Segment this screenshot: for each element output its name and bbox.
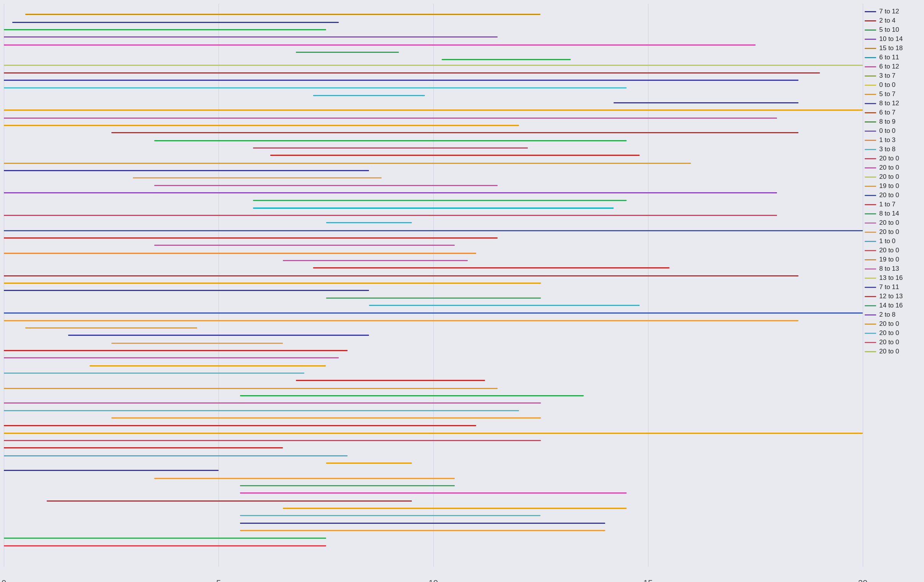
legend-label: 20 to 0 — [879, 228, 899, 236]
legend-color-line — [865, 296, 876, 297]
legend-color-line — [865, 48, 876, 49]
bar-row — [4, 290, 369, 291]
legend-item: 5 to 7 — [865, 90, 922, 98]
legend-item: 20 to 0 — [865, 339, 922, 346]
legend-item: 2 to 4 — [865, 17, 922, 25]
legend-color-line — [865, 167, 876, 169]
bar-row — [4, 402, 541, 403]
bar-row — [4, 545, 326, 546]
legend-color-line — [865, 241, 876, 242]
bar-row — [4, 440, 541, 441]
legend-item: 20 to 0 — [865, 173, 922, 181]
legend-item: 8 to 13 — [865, 265, 922, 273]
legend-color-line — [865, 305, 876, 306]
legend-color-line — [865, 268, 876, 270]
bar-row — [4, 357, 339, 359]
legend-color-line — [865, 140, 876, 141]
x-axis-label: 15 — [644, 578, 653, 582]
bar-row — [240, 522, 605, 524]
bar-row — [283, 260, 467, 261]
legend-item: 20 to 0 — [865, 155, 922, 162]
legend-label: 20 to 0 — [879, 219, 899, 227]
legend-label: 1 to 0 — [879, 237, 896, 245]
legend-label: 12 to 13 — [879, 293, 903, 300]
legend-label: 7 to 11 — [879, 283, 899, 291]
legend-color-line — [865, 314, 876, 316]
bar-row — [154, 140, 627, 141]
legend-label: 20 to 0 — [879, 348, 899, 355]
legend-item: 20 to 0 — [865, 329, 922, 337]
legend-label: 1 to 3 — [879, 136, 896, 144]
legend-item: 1 to 3 — [865, 136, 922, 144]
x-axis-label: 5 — [216, 578, 221, 582]
bar-row — [4, 433, 863, 434]
x-axis-label: 10 — [429, 578, 438, 582]
legend-item: 6 to 12 — [865, 63, 922, 71]
legend-color-line — [865, 103, 876, 104]
bar-row — [68, 335, 369, 336]
legend-color-line — [865, 112, 876, 113]
bars-container — [4, 4, 863, 567]
bar-row — [4, 425, 476, 426]
legend-color-line — [865, 278, 876, 279]
bar-row — [313, 267, 670, 268]
bar-row — [270, 155, 640, 156]
legend-color-line — [865, 250, 876, 251]
bar-row — [4, 109, 863, 111]
legend-color-line — [865, 195, 876, 196]
legend-item: 14 to 16 — [865, 302, 922, 309]
bar-row — [12, 22, 339, 23]
legend-color-line — [865, 351, 876, 352]
legend-item: 19 to 0 — [865, 256, 922, 263]
bar-row — [296, 380, 485, 381]
bar-row — [25, 327, 197, 329]
legend-item: 20 to 0 — [865, 219, 922, 227]
legend-item: 20 to 0 — [865, 164, 922, 172]
bar-row — [4, 79, 799, 81]
legend-color-line — [865, 75, 876, 76]
legend-item: 12 to 13 — [865, 293, 922, 300]
legend-color-line — [865, 30, 876, 31]
bar-row — [154, 245, 455, 246]
legend-label: 13 to 16 — [879, 274, 903, 282]
bar-row — [4, 470, 219, 471]
legend-item: 7 to 12 — [865, 8, 922, 15]
legend-color-line — [865, 20, 876, 21]
bar-row — [4, 192, 777, 193]
bar-row — [4, 372, 304, 374]
bar-row — [283, 508, 627, 509]
x-axis-label: 20 — [858, 578, 867, 582]
legend-label: 2 to 8 — [879, 311, 896, 319]
legend-label: 6 to 12 — [879, 63, 899, 71]
bar-row — [133, 177, 382, 179]
legend-label: 6 to 11 — [879, 54, 899, 61]
legend-label: 0 to 0 — [879, 81, 896, 89]
legend-color-line — [865, 149, 876, 150]
legend-item: 3 to 8 — [865, 146, 922, 153]
legend-item: 1 to 7 — [865, 201, 922, 208]
bar-row — [4, 237, 498, 238]
bar-row — [442, 59, 571, 60]
bar-row — [253, 200, 627, 201]
bar-row — [4, 170, 369, 171]
bar-row — [89, 365, 326, 366]
bar-row — [4, 455, 348, 456]
legend-label: 3 to 7 — [879, 72, 896, 79]
legend-item: 20 to 0 — [865, 192, 922, 199]
bar-row — [296, 52, 399, 53]
chart-container: 05101520 7 to 122 to 45 to 1010 to 1415 … — [0, 0, 924, 582]
grid-line — [863, 4, 863, 567]
bar-row — [47, 501, 412, 502]
legend-label: 20 to 0 — [879, 155, 899, 162]
bar-row — [253, 147, 528, 149]
bar-row — [4, 350, 348, 351]
legend-label: 8 to 14 — [879, 210, 899, 218]
bar-row — [154, 478, 455, 479]
legend-label: 1 to 7 — [879, 201, 896, 208]
legend-item: 2 to 8 — [865, 311, 922, 319]
bar-row — [4, 87, 627, 88]
bar-row — [4, 73, 820, 73]
legend-item: 6 to 7 — [865, 109, 922, 116]
legend-color-line — [865, 342, 876, 343]
legend-color-line — [865, 213, 876, 215]
